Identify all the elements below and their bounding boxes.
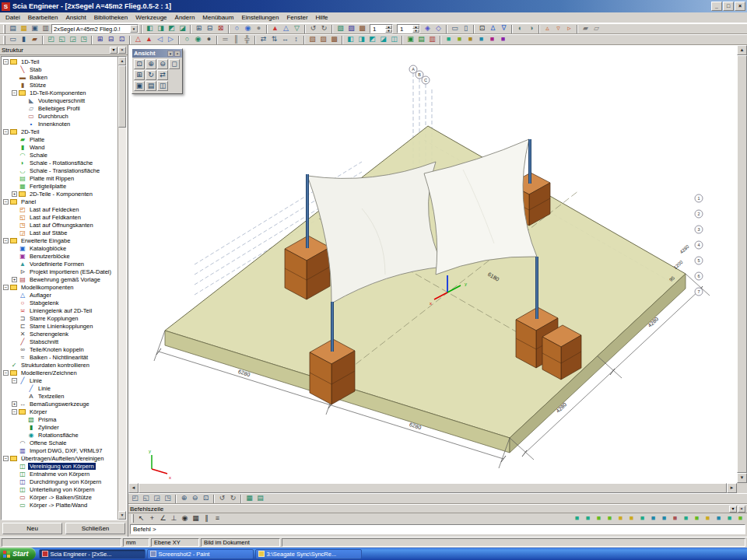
menu-item-bearbeiten[interactable]: Bearbeiten xyxy=(24,13,62,22)
scroll-left-icon[interactable]: ◄ xyxy=(128,483,139,493)
node-icon[interactable]: ○ xyxy=(232,24,242,33)
activity-icon[interactable]: ■ xyxy=(681,514,691,523)
axis-up-icon[interactable]: ∆ xyxy=(488,24,498,33)
tree-item[interactable]: ▭Körper -> Balken/Stütze xyxy=(2,493,117,501)
polygon-select-icon[interactable]: ▯ xyxy=(461,24,471,33)
toolset-c-icon[interactable]: ■ xyxy=(465,35,475,44)
view-top-icon[interactable]: ◩ xyxy=(367,35,377,44)
tree-item[interactable]: ✕Scherengelenk xyxy=(2,330,117,338)
tree-item[interactable]: ≍Liniengelenk auf 2D-Teil xyxy=(2,306,117,314)
save-project-icon[interactable]: ▣ xyxy=(30,24,40,33)
scroll-right-icon[interactable]: ► xyxy=(727,483,737,493)
undo-icon[interactable]: ↺ xyxy=(308,24,318,33)
toolbar-grip[interactable] xyxy=(132,514,134,523)
tree-item[interactable]: ≈Balken - Nichtlinearität xyxy=(2,353,117,361)
view-point-4-icon[interactable]: ◳ xyxy=(163,494,173,503)
spin-down-icon[interactable]: ▼ xyxy=(385,29,392,33)
collapse-expander-icon[interactable]: − xyxy=(12,90,17,96)
tree-item[interactable]: ▧Prisma xyxy=(2,415,117,423)
tree-item[interactable]: ◣Voutenquerschnitt xyxy=(2,96,117,104)
split-view-icon[interactable]: ◫ xyxy=(157,81,168,91)
zoom-in-icon[interactable]: ⊕ xyxy=(179,494,189,503)
hatch-a-icon[interactable]: ▧ xyxy=(307,35,317,44)
material-icon[interactable]: ▩ xyxy=(357,24,367,33)
parallel-snap-icon[interactable]: ∥ xyxy=(202,514,212,523)
wall-tool-icon[interactable]: ◱ xyxy=(57,35,67,44)
support-add-icon[interactable]: △ xyxy=(133,35,143,44)
activity-icon[interactable]: ■ xyxy=(594,514,604,523)
line-tool-icon[interactable]: ▭ xyxy=(8,35,18,44)
render-half-icon[interactable]: ◐ xyxy=(515,24,525,33)
vertical-scrollbar[interactable]: ▲ ▼ xyxy=(737,45,747,483)
hinge-icon[interactable]: △ xyxy=(281,24,291,33)
axis-down-icon[interactable]: ∇ xyxy=(499,24,509,33)
activity-icon[interactable]: ■ xyxy=(735,514,745,523)
collapse-expander-icon[interactable]: − xyxy=(3,238,9,243)
toolset-b-icon[interactable]: ■ xyxy=(454,35,465,44)
activity-icon[interactable]: ■ xyxy=(615,514,626,523)
collapse-expander-icon[interactable]: − xyxy=(3,370,9,376)
tree-item[interactable]: ▣Benutzerblöcke xyxy=(2,252,117,260)
tree-item[interactable]: +↔Bemaßungswerkzeuge xyxy=(2,400,117,408)
tree-item[interactable]: ▮Wand xyxy=(2,143,117,151)
stretch-icon[interactable]: ↔ xyxy=(280,35,290,44)
zoom-selection-icon[interactable]: ⊞ xyxy=(134,70,145,80)
menu-item-einstellungen[interactable]: Einstellungen xyxy=(237,13,282,22)
taskbar-task-button[interactable]: 3:\Seagate Sync\SyncRe... xyxy=(255,549,362,559)
activity-icon[interactable]: ■ xyxy=(648,514,658,523)
view-point-3-icon[interactable]: ◲ xyxy=(152,494,162,503)
activity-icon[interactable]: ■ xyxy=(583,514,593,523)
view-iso-icon[interactable]: ◫ xyxy=(389,35,399,44)
scroll-down-icon[interactable]: ▼ xyxy=(118,511,126,520)
activity-icon[interactable]: ■ xyxy=(605,514,615,523)
bar-outline-icon[interactable]: ▱ xyxy=(591,24,601,33)
rib-tool-icon[interactable]: ◳ xyxy=(79,35,89,44)
tree-item[interactable]: ◱Last auf Feldkanten xyxy=(2,213,117,221)
mesh-remove-icon[interactable]: ⊟ xyxy=(106,35,116,44)
activity-icon[interactable]: ■ xyxy=(572,514,582,523)
scroll-down-icon[interactable]: ▼ xyxy=(737,473,747,483)
activity-icon[interactable]: ■ xyxy=(670,514,680,523)
move-down-icon[interactable]: ▿ xyxy=(553,24,563,33)
zoom-all-icon[interactable]: ⊡ xyxy=(134,59,145,69)
view-back-icon[interactable]: ◨ xyxy=(356,35,366,44)
tree-item[interactable]: −Modellkomponenten xyxy=(2,283,117,291)
activity-icon[interactable]: ■ xyxy=(637,514,647,523)
taskbar-task-button[interactable]: Screenshot2 - Paint xyxy=(147,549,254,559)
collapse-expander-icon[interactable]: − xyxy=(3,285,9,290)
collapse-expander-icon[interactable]: − xyxy=(3,59,9,65)
pan-icon[interactable]: ⇄ xyxy=(157,70,168,80)
activity-icon[interactable]: ■ xyxy=(626,514,637,523)
view-wireframe-icon[interactable]: ◩ xyxy=(167,24,177,33)
hatch-b-icon[interactable]: ▨ xyxy=(318,35,328,44)
tree-item[interactable]: ▭Durchbruch xyxy=(2,112,117,120)
tree-item[interactable]: ◲Last auf Stäbe xyxy=(2,229,117,236)
3d-viewport[interactable]: 6280 6280 4280 4280 6180 95 1200 4280 xyxy=(128,45,737,483)
tree-item[interactable]: −2D-Teil xyxy=(2,128,117,135)
hinge-end-icon[interactable]: ▷ xyxy=(166,35,176,44)
crosshair-icon[interactable]: + xyxy=(147,514,157,523)
document-icon[interactable]: ▥ xyxy=(427,35,437,44)
menu-item-fenster[interactable]: Fenster xyxy=(282,13,311,22)
tree-item[interactable]: −Modellieren/Zeichnen xyxy=(2,369,117,376)
scroll-up-icon[interactable]: ▲ xyxy=(118,57,126,65)
window-select-icon[interactable]: ▭ xyxy=(450,24,460,33)
move-right-icon[interactable]: ▹ xyxy=(564,24,574,33)
panel-close-icon[interactable]: × xyxy=(738,506,745,513)
toolset-a-icon[interactable]: ■ xyxy=(444,35,454,44)
activity-icon[interactable]: ■ xyxy=(703,514,713,523)
tree-item[interactable]: +▤Bewehrung gemäß Vorlage xyxy=(2,275,117,283)
flip-icon[interactable]: ⇅ xyxy=(269,35,279,44)
tree-item[interactable]: −╱Linie xyxy=(2,376,117,384)
support-icon[interactable]: ▲ xyxy=(270,24,280,33)
hinge-start-icon[interactable]: ◁ xyxy=(155,35,165,44)
tree-item[interactable]: ○Stabgelenk xyxy=(2,299,117,306)
tree-item[interactable]: ◫Entnahme von Körpern xyxy=(2,470,117,478)
tree-item[interactable]: ▲Vordefinierte Formen xyxy=(2,260,117,268)
tree-item[interactable]: ◠Schale xyxy=(2,151,117,159)
tree-item[interactable]: ▥Import DWG, DXF, VRML97 xyxy=(2,446,117,454)
mesh-add-icon[interactable]: ⊞ xyxy=(95,35,105,44)
tree-item[interactable]: −Erweiterte Eingabe xyxy=(2,236,117,244)
tree-item[interactable]: −Übertragen/Aufteilen/Vereinigen xyxy=(2,454,117,462)
view-point-1-icon[interactable]: ◰ xyxy=(130,494,140,503)
